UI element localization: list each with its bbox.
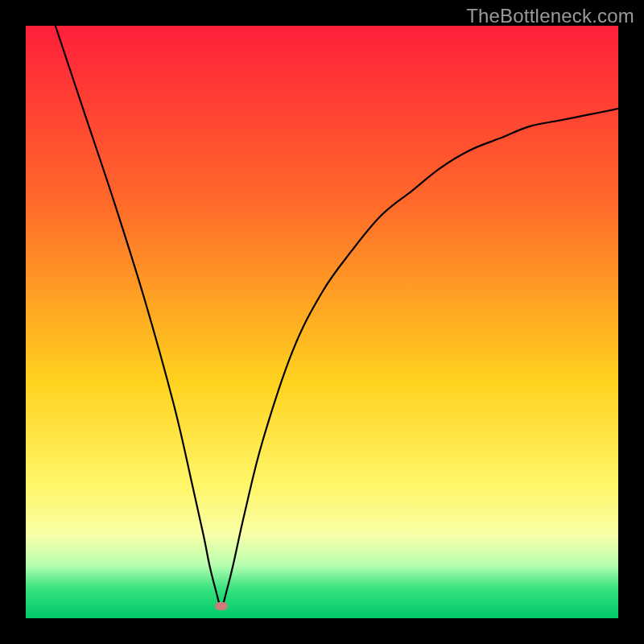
watermark-text: TheBottleneck.com bbox=[466, 5, 634, 27]
optimal-marker bbox=[215, 602, 228, 610]
chart-frame: TheBottleneck.com bbox=[0, 0, 644, 644]
bottleneck-curve bbox=[26, 26, 618, 618]
plot-area bbox=[26, 26, 618, 618]
